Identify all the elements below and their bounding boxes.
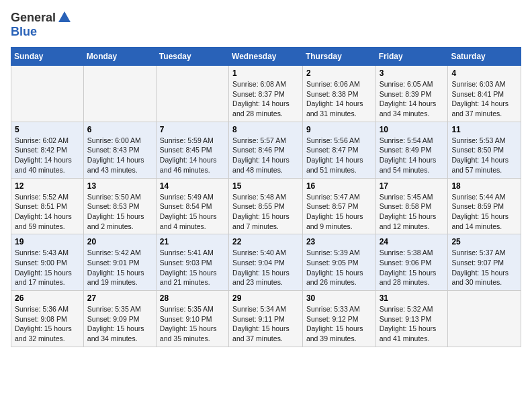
day-cell: [11, 66, 84, 122]
day-number: 6: [87, 125, 152, 134]
day-number: 25: [451, 237, 517, 246]
day-cell: 20Sunrise: 5:42 AM Sunset: 9:01 PM Dayli…: [83, 234, 156, 291]
day-info: Sunrise: 6:05 AM Sunset: 8:39 PM Dayligh…: [380, 79, 445, 119]
day-cell: 2Sunrise: 6:06 AM Sunset: 8:38 PM Daylig…: [302, 66, 375, 122]
day-cell: 10Sunrise: 5:54 AM Sunset: 8:49 PM Dayli…: [375, 122, 448, 178]
header-cell-wednesday: Wednesday: [229, 48, 303, 66]
day-number: 26: [15, 293, 80, 303]
day-info: Sunrise: 5:32 AM Sunset: 9:13 PM Dayligh…: [380, 304, 445, 344]
day-number: 7: [160, 125, 225, 134]
day-cell: 26Sunrise: 5:36 AM Sunset: 9:08 PM Dayli…: [11, 291, 84, 347]
day-info: Sunrise: 5:34 AM Sunset: 9:11 PM Dayligh…: [232, 304, 299, 344]
day-number: 18: [451, 181, 517, 191]
day-number: 22: [232, 237, 299, 246]
day-cell: 12Sunrise: 5:52 AM Sunset: 8:51 PM Dayli…: [11, 178, 84, 234]
day-cell: 11Sunrise: 5:53 AM Sunset: 8:50 PM Dayli…: [448, 122, 521, 178]
day-number: 23: [306, 237, 372, 246]
day-cell: [83, 66, 156, 122]
day-number: 3: [380, 68, 445, 78]
day-info: Sunrise: 5:41 AM Sunset: 9:03 PM Dayligh…: [160, 248, 225, 287]
day-number: 8: [232, 125, 299, 134]
day-cell: 4Sunrise: 6:03 AM Sunset: 8:41 PM Daylig…: [448, 66, 521, 122]
logo-general: General: [11, 11, 56, 25]
day-number: 15: [232, 181, 299, 191]
header-cell-tuesday: Tuesday: [156, 48, 228, 66]
day-cell: 17Sunrise: 5:45 AM Sunset: 8:58 PM Dayli…: [375, 178, 448, 234]
day-info: Sunrise: 6:02 AM Sunset: 8:42 PM Dayligh…: [15, 136, 80, 175]
day-number: 16: [306, 181, 372, 191]
day-cell: 16Sunrise: 5:47 AM Sunset: 8:57 PM Dayli…: [302, 178, 375, 234]
day-cell: 24Sunrise: 5:38 AM Sunset: 9:06 PM Dayli…: [375, 234, 448, 291]
day-info: Sunrise: 5:49 AM Sunset: 8:54 PM Dayligh…: [160, 192, 225, 232]
day-cell: 15Sunrise: 5:48 AM Sunset: 8:55 PM Dayli…: [229, 178, 303, 234]
day-info: Sunrise: 5:42 AM Sunset: 9:01 PM Dayligh…: [87, 248, 152, 287]
day-cell: 5Sunrise: 6:02 AM Sunset: 8:42 PM Daylig…: [11, 122, 84, 178]
day-number: 21: [160, 237, 225, 246]
day-cell: 9Sunrise: 5:56 AM Sunset: 8:47 PM Daylig…: [302, 122, 375, 178]
day-info: Sunrise: 5:37 AM Sunset: 9:07 PM Dayligh…: [451, 248, 517, 287]
day-info: Sunrise: 5:45 AM Sunset: 8:58 PM Dayligh…: [380, 192, 445, 232]
day-cell: [156, 66, 228, 122]
day-number: 4: [451, 68, 517, 78]
day-info: Sunrise: 5:44 AM Sunset: 8:59 PM Dayligh…: [451, 192, 517, 232]
day-number: 11: [451, 125, 517, 134]
day-number: 10: [380, 125, 445, 134]
day-cell: 29Sunrise: 5:34 AM Sunset: 9:11 PM Dayli…: [229, 291, 303, 347]
day-cell: 8Sunrise: 5:57 AM Sunset: 8:46 PM Daylig…: [229, 122, 303, 178]
day-number: 2: [306, 68, 372, 78]
day-info: Sunrise: 5:35 AM Sunset: 9:10 PM Dayligh…: [160, 304, 225, 344]
day-info: Sunrise: 5:33 AM Sunset: 9:12 PM Dayligh…: [306, 304, 372, 344]
day-cell: 3Sunrise: 6:05 AM Sunset: 8:39 PM Daylig…: [375, 66, 448, 122]
day-cell: 18Sunrise: 5:44 AM Sunset: 8:59 PM Dayli…: [448, 178, 521, 234]
day-cell: [448, 291, 521, 347]
day-info: Sunrise: 6:00 AM Sunset: 8:43 PM Dayligh…: [87, 136, 152, 175]
day-number: 19: [15, 237, 80, 246]
calendar-body: 1Sunrise: 6:08 AM Sunset: 8:37 PM Daylig…: [11, 66, 521, 347]
calendar-table: SundayMondayTuesdayWednesdayThursdayFrid…: [11, 47, 521, 347]
day-number: 27: [87, 293, 152, 303]
day-cell: 13Sunrise: 5:50 AM Sunset: 8:53 PM Dayli…: [83, 178, 156, 234]
svg-marker-0: [58, 11, 71, 22]
day-cell: 1Sunrise: 6:08 AM Sunset: 8:37 PM Daylig…: [229, 66, 303, 122]
day-info: Sunrise: 5:56 AM Sunset: 8:47 PM Dayligh…: [306, 136, 372, 175]
day-cell: 7Sunrise: 5:59 AM Sunset: 8:45 PM Daylig…: [156, 122, 228, 178]
day-cell: 14Sunrise: 5:49 AM Sunset: 8:54 PM Dayli…: [156, 178, 228, 234]
day-cell: 6Sunrise: 6:00 AM Sunset: 8:43 PM Daylig…: [83, 122, 156, 178]
day-info: Sunrise: 6:03 AM Sunset: 8:41 PM Dayligh…: [451, 79, 517, 119]
day-info: Sunrise: 5:43 AM Sunset: 9:00 PM Dayligh…: [15, 248, 80, 287]
day-number: 13: [87, 181, 152, 191]
day-cell: 22Sunrise: 5:40 AM Sunset: 9:04 PM Dayli…: [229, 234, 303, 291]
week-row-3: 12Sunrise: 5:52 AM Sunset: 8:51 PM Dayli…: [11, 178, 521, 234]
week-row-1: 1Sunrise: 6:08 AM Sunset: 8:37 PM Daylig…: [11, 66, 521, 122]
day-number: 17: [380, 181, 445, 191]
day-info: Sunrise: 6:08 AM Sunset: 8:37 PM Dayligh…: [232, 79, 299, 119]
header-cell-monday: Monday: [83, 48, 156, 66]
header-cell-thursday: Thursday: [302, 48, 375, 66]
header-cell-saturday: Saturday: [448, 48, 521, 66]
day-info: Sunrise: 5:54 AM Sunset: 8:49 PM Dayligh…: [380, 136, 445, 175]
day-number: 30: [306, 293, 372, 303]
logo: General Blue: [11, 11, 72, 39]
day-number: 12: [15, 181, 80, 191]
day-info: Sunrise: 6:06 AM Sunset: 8:38 PM Dayligh…: [306, 79, 372, 119]
header-cell-sunday: Sunday: [11, 48, 84, 66]
day-number: 28: [160, 293, 225, 303]
week-row-2: 5Sunrise: 6:02 AM Sunset: 8:42 PM Daylig…: [11, 122, 521, 178]
logo-blue: Blue: [11, 25, 37, 39]
week-row-5: 26Sunrise: 5:36 AM Sunset: 9:08 PM Dayli…: [11, 291, 521, 347]
calendar-header-row: SundayMondayTuesdayWednesdayThursdayFrid…: [11, 48, 521, 66]
day-cell: 27Sunrise: 5:35 AM Sunset: 9:09 PM Dayli…: [83, 291, 156, 347]
day-info: Sunrise: 5:48 AM Sunset: 8:55 PM Dayligh…: [232, 192, 299, 232]
day-info: Sunrise: 5:47 AM Sunset: 8:57 PM Dayligh…: [306, 192, 372, 232]
day-info: Sunrise: 5:36 AM Sunset: 9:08 PM Dayligh…: [15, 304, 80, 344]
day-number: 20: [87, 237, 152, 246]
day-info: Sunrise: 5:52 AM Sunset: 8:51 PM Dayligh…: [15, 192, 80, 232]
day-info: Sunrise: 5:35 AM Sunset: 9:09 PM Dayligh…: [87, 304, 152, 344]
day-info: Sunrise: 5:40 AM Sunset: 9:04 PM Dayligh…: [232, 248, 299, 287]
day-info: Sunrise: 5:57 AM Sunset: 8:46 PM Dayligh…: [232, 136, 299, 175]
day-info: Sunrise: 5:38 AM Sunset: 9:06 PM Dayligh…: [380, 248, 445, 287]
day-info: Sunrise: 5:50 AM Sunset: 8:53 PM Dayligh…: [87, 192, 152, 232]
header-cell-friday: Friday: [375, 48, 448, 66]
day-number: 29: [232, 293, 299, 303]
header: General Blue: [11, 11, 521, 39]
